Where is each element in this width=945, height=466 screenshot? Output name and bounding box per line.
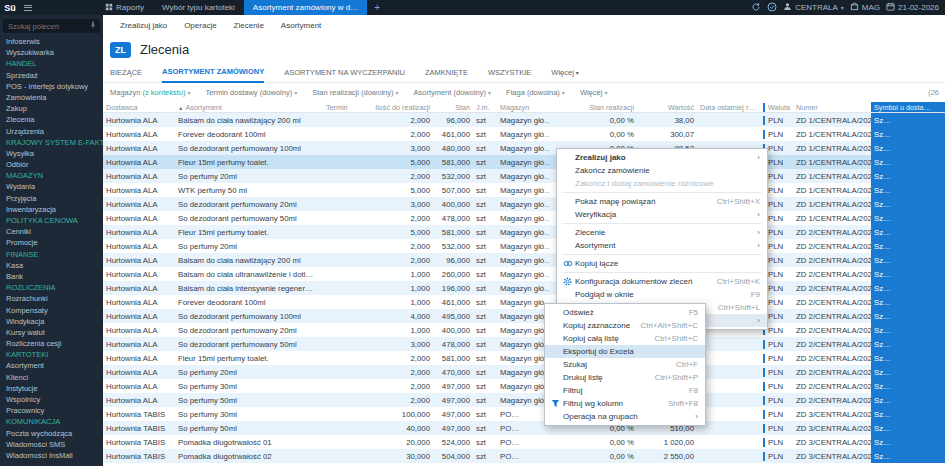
menu-item-pokaż-mapę-powiązań[interactable]: Pokaż mapę powiązańCtrl+Shift+X <box>557 195 767 208</box>
sidebar-item-windykacja[interactable]: Windykacja <box>0 316 103 327</box>
column-header-waluta[interactable]: Waluta <box>763 103 793 112</box>
table-row[interactable]: Hurtownia ALABalsam do ciała nawilżający… <box>103 113 945 127</box>
table-row[interactable]: Hurtownia ALASo perfumy 20ml2,000532,000… <box>103 169 945 183</box>
table-row[interactable]: Hurtownia TABISPomadka długotrwałość 023… <box>103 449 945 463</box>
sidebar-item-urządzenia[interactable]: Urządzenia <box>0 126 103 137</box>
menu-item-operacja-na-grupach[interactable]: Operacja na grupach› <box>545 410 705 423</box>
menu-item-filtruj-wg-kolumn[interactable]: Filtruj wg kolumnShift+F8 <box>545 397 705 410</box>
check-circle-icon[interactable] <box>767 2 777 14</box>
sidebar-item-poczta-wychodząca[interactable]: Poczta wychodząca <box>0 428 103 439</box>
menubar-item-zlecenie[interactable]: Zlecenie <box>234 21 264 30</box>
sidebar-item-pracownicy[interactable]: Pracownicy <box>0 405 103 416</box>
filter-więcej[interactable]: Więcej▾ <box>580 88 608 97</box>
sidebar-item-asortyment[interactable]: Asortyment <box>0 360 103 371</box>
window-tab-asortyment-zamówiony-w-d[interactable]: Asortyment zamówiony w d… <box>244 0 367 15</box>
table-row[interactable]: Hurtownia TABISPomadka długotrwałość 012… <box>103 435 945 449</box>
column-header-ilość-do-realizacji[interactable]: Ilość do realizacji <box>361 103 433 112</box>
sidebar-item-zakup[interactable]: Zakup <box>0 103 103 114</box>
sidebar-item-rozliczenia-cesji[interactable]: Rozliczenia cesji <box>0 338 103 349</box>
window-tab-wybór-typu-kartoteki[interactable]: Wybór typu kartoteki <box>153 0 244 15</box>
new-tab-button[interactable]: + <box>367 2 387 13</box>
column-header-dostawca[interactable]: Dostawca <box>103 103 175 112</box>
table-row[interactable]: Hurtownia ALAFleur 15ml perfumy toalet.5… <box>103 155 945 169</box>
tab-więcej[interactable]: Więcej▾ <box>551 68 579 82</box>
sidebar-item-wysyłka[interactable]: Wysyłka <box>0 148 103 159</box>
table-row[interactable]: Hurtownia ALASo dezodorant perfumowany 2… <box>103 197 945 211</box>
column-header-stan[interactable]: Stan <box>433 103 473 112</box>
tab-zamknięte[interactable]: ZAMKNIĘTE <box>425 68 468 82</box>
sidebar-item-sprzedaż[interactable]: Sprzedaż <box>0 70 103 81</box>
filter-stan-realizacji[interactable]: Stan realizacji (dowolny)▾ <box>312 88 398 97</box>
sidebar-item-inwentaryzacja[interactable]: Inwentaryzacja <box>0 204 103 215</box>
filter-flaga[interactable]: Flaga (dowolna)▾ <box>506 88 565 97</box>
column-header-wartość[interactable]: Wartość <box>637 103 697 112</box>
table-row[interactable]: Hurtownia ALABalsam do ciała intensywnie… <box>103 281 945 295</box>
sidebar-item-wspólnicy[interactable]: Wspólnicy <box>0 394 103 405</box>
sidebar-item-cenniki[interactable]: Cenniki <box>0 226 103 237</box>
menu-item-zlecenie[interactable]: Zlecenie› <box>557 226 767 239</box>
column-header-magazyn[interactable]: Magazyn <box>497 103 549 112</box>
sidebar-item-zlecenia[interactable]: Zlecenia <box>0 114 103 125</box>
menu-item-kopiuj-łącze[interactable]: Kopiuj łącze <box>557 257 767 270</box>
table-row[interactable]: Hurtownia ALASo perfumy 50ml2,000497,000… <box>103 393 945 407</box>
table-row[interactable]: Hurtownia ALASo perfumy 30ml2,000497,000… <box>103 379 945 393</box>
column-header-termin[interactable]: Termin <box>323 103 361 112</box>
menubar-item-asortyment[interactable]: Asortyment <box>281 21 321 30</box>
sidebar-item-infoserwis[interactable]: Infoserwis <box>0 36 103 47</box>
filter-termin-dostawy[interactable]: Termin dostawy (dowolny)▾ <box>205 88 297 97</box>
sidebar-item-zamówienia[interactable]: Zamówienia <box>0 92 103 103</box>
table-row[interactable]: Hurtownia ALABalsam do ciała ultranawilż… <box>103 267 945 281</box>
sidebar-item-klienci[interactable]: Klienci <box>0 372 103 383</box>
column-header-numer[interactable]: Numer <box>793 103 871 112</box>
sidebar-item-wyszukiwarka[interactable]: Wyszukiwarka <box>0 47 103 58</box>
menu-item-odśwież[interactable]: OdświeżF5 <box>545 306 705 319</box>
menu-item-podgląd-w-oknie[interactable]: Podgląd w oknieF9 <box>557 288 767 301</box>
menu-item-weryfikacja[interactable]: Weryfikacja› <box>557 208 767 221</box>
menu-item-kopiuj-zaznaczone[interactable]: Kopiuj zaznaczoneCtrl+Alt+Shift+C <box>545 319 705 332</box>
menu-item-szukaj[interactable]: SzukajCtrl+F <box>545 358 705 371</box>
sidebar-item-wiadomości-insmail[interactable]: Wiadomości InsMail <box>0 450 103 461</box>
column-header-j-m[interactable]: J.m. <box>473 103 497 112</box>
menu-item-kopiuj-całą-listę[interactable]: Kopiuj całą listęCtrl+Shift+C <box>545 332 705 345</box>
table-row[interactable]: Hurtownia ALASo dezodorant perfumowany 5… <box>103 211 945 225</box>
table-row[interactable]: Hurtownia ALAWTK perfumy 50 ml5,000507,0… <box>103 183 945 197</box>
sidebar-item-kursy-walut[interactable]: Kursy walut <box>0 327 103 338</box>
hamburger-menu-icon[interactable] <box>20 5 36 11</box>
table-row[interactable]: Hurtownia ALASo perfumy 20ml2,000532,000… <box>103 239 945 253</box>
table-row[interactable]: Hurtownia ALAFleur 15ml perfumy toalet.5… <box>103 225 945 239</box>
sidebar-item-promocje[interactable]: Promocje <box>0 237 103 248</box>
filter-magazyn[interactable]: Magazyn (z kontekstu)▾ <box>110 88 190 97</box>
tab-asortyment-zamówiony[interactable]: ASORTYMENT ZAMÓWIONY <box>162 67 264 83</box>
sync-icon[interactable] <box>751 2 761 14</box>
menu-item-eksportuj-do-excela[interactable]: Eksportuj do Excela <box>545 345 705 358</box>
table-row[interactable]: Hurtownia ALAForever deodorant 100ml2,00… <box>103 127 945 141</box>
sidebar-item-wiadomości-sms[interactable]: Wiadomości SMS <box>0 439 103 450</box>
table-row[interactable]: Hurtownia TABISSo perfumy 30ml100,000497… <box>103 407 945 421</box>
table-row[interactable]: Hurtownia ALASo dezodorant perfumowany 5… <box>103 337 945 351</box>
column-header-asortyment[interactable]: ▲Asortyment <box>175 103 323 112</box>
sidebar-item-bank[interactable]: Bank <box>0 271 103 282</box>
sidebar-item-odbiór[interactable]: Odbiór <box>0 159 103 170</box>
table-row[interactable]: Hurtownia ALABalsam do ciała nawilżający… <box>103 253 945 267</box>
tab-asortyment-na-wyczerpaniu[interactable]: ASORTYMENT NA WYCZERPANIU <box>284 68 405 82</box>
table-row[interactable]: Hurtownia ALAFleur 15ml perfumy toalet.2… <box>103 351 945 365</box>
table-row[interactable]: Hurtownia ALASo dezodorant perfumowany 1… <box>103 141 945 155</box>
column-header-symbol-u-dosta[interactable]: Symbol u dosta… <box>871 102 945 112</box>
menu-item-filtruj[interactable]: FiltrujF8 <box>545 384 705 397</box>
menu-item-drukuj-listę[interactable]: Drukuj listęCtrl+Shift+P <box>545 371 705 384</box>
sidebar-item-kompensaty[interactable]: Kompensaty <box>0 305 103 316</box>
window-tab-raporty[interactable]: Raporty <box>96 0 153 15</box>
warehouse-selector[interactable]: MAG <box>850 2 880 13</box>
sidebar-item-pos-interfejs-dotykowy[interactable]: POS - interfejs dotykowy <box>0 81 103 92</box>
context-selector[interactable]: CENTRALA ▾ <box>783 2 844 13</box>
menu-item-asortyment[interactable]: Asortyment› <box>557 239 767 252</box>
sidebar-item-rozrachunki[interactable]: Rozrachunki <box>0 293 103 304</box>
menu-item-zrealizuj-jako[interactable]: Zrealizuj jako› <box>557 151 767 164</box>
sidebar-item-kasa[interactable]: Kasa <box>0 260 103 271</box>
date-selector[interactable]: 21-02-2026 <box>886 2 939 13</box>
filter-asortyment[interactable]: Asortyment (dowolny)▾ <box>414 88 492 97</box>
menubar-item-operacje[interactable]: Operacje <box>184 21 216 30</box>
table-row[interactable]: Hurtownia ALAForever deodorant 100ml1,00… <box>103 295 945 309</box>
table-row[interactable]: Hurtownia TABISSo perfumy 50ml40,000497,… <box>103 421 945 435</box>
search-input[interactable] <box>6 21 89 32</box>
